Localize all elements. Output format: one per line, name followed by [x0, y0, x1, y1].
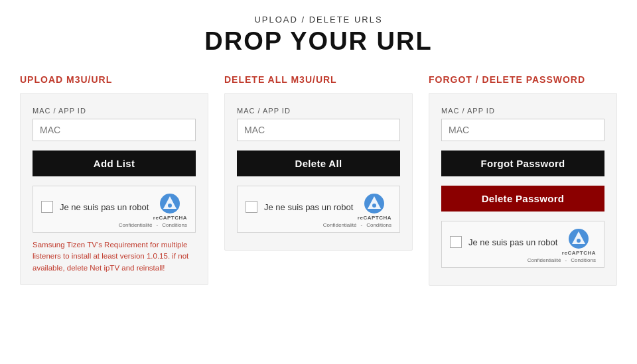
recaptcha-separator: -	[157, 222, 159, 228]
recaptcha-icon	[159, 193, 180, 214]
upload-card: MAC / APP ID Add List Je ne suis pas un …	[20, 93, 208, 285]
recaptcha-logo-2: reCAPTCHA	[358, 193, 391, 221]
delete-column: DELETE ALL M3U/URL MAC / APP ID Delete A…	[224, 74, 413, 286]
forgot-card: MAC / APP ID Forgot Password Delete Pass…	[429, 93, 617, 286]
delete-mac-input[interactable]	[237, 119, 400, 141]
recaptcha-terms-link-3[interactable]: Conditions	[571, 257, 596, 263]
upload-warning: Samsung Tizen TV's Requirement for multi…	[33, 239, 196, 274]
forgot-heading: FORGOT / DELETE PASSWORD	[429, 74, 617, 85]
recaptcha-terms-link[interactable]: Conditions	[162, 222, 187, 228]
recaptcha-brand-2: reCAPTCHA	[358, 215, 391, 221]
delete-recaptcha: Je ne suis pas un robot reCAPTCHA Confid…	[237, 186, 400, 233]
forgot-recaptcha-checkbox[interactable]	[450, 236, 462, 248]
recaptcha-logo-3: reCAPTCHA	[562, 228, 596, 256]
upload-recaptcha-text: Je ne suis pas un robot	[60, 202, 149, 212]
delete-card: MAC / APP ID Delete All Je ne suis pas u…	[224, 93, 413, 251]
page-header: UPLOAD / DELETE URLS DROP YOUR URL	[0, 0, 637, 68]
recaptcha-logo: reCAPTCHA	[153, 193, 187, 221]
forgot-recaptcha: Je ne suis pas un robot reCAPTCHA Confid…	[441, 221, 604, 268]
upload-heading: UPLOAD M3U/URL	[20, 74, 208, 85]
recaptcha-icon-3	[568, 228, 589, 249]
recaptcha-separator-3: -	[565, 257, 567, 263]
columns-container: UPLOAD M3U/URL MAC / APP ID Add List Je …	[0, 68, 637, 306]
upload-column: UPLOAD M3U/URL MAC / APP ID Add List Je …	[20, 74, 208, 286]
upload-recaptcha-checkbox[interactable]	[41, 201, 53, 213]
delete-password-button[interactable]: Delete Password	[441, 186, 604, 212]
delete-recaptcha-text: Je ne suis pas un robot	[264, 202, 353, 212]
forgot-mac-input[interactable]	[441, 119, 604, 141]
page-title: DROP YOUR URL	[0, 27, 637, 56]
upload-mac-input[interactable]	[33, 119, 196, 141]
forgot-mac-label: MAC / APP ID	[441, 107, 604, 115]
recaptcha-separator-2: -	[361, 222, 363, 228]
delete-all-button[interactable]: Delete All	[237, 151, 400, 176]
recaptcha-privacy-link[interactable]: Confidentialité	[119, 222, 153, 228]
forgot-password-button[interactable]: Forgot Password	[441, 151, 604, 176]
upload-mac-label: MAC / APP ID	[33, 107, 196, 115]
add-list-button[interactable]: Add List	[33, 151, 196, 176]
delete-recaptcha-checkbox[interactable]	[246, 201, 257, 213]
delete-mac-label: MAC / APP ID	[237, 107, 400, 115]
delete-heading: DELETE ALL M3U/URL	[224, 74, 413, 85]
upload-recaptcha: Je ne suis pas un robot reCAPTCHA Confid…	[33, 186, 196, 233]
page-subtitle: UPLOAD / DELETE URLS	[0, 15, 637, 25]
svg-point-3	[372, 204, 376, 208]
svg-point-5	[577, 239, 581, 243]
recaptcha-brand: reCAPTCHA	[153, 215, 187, 221]
forgot-recaptcha-text: Je ne suis pas un robot	[468, 237, 557, 247]
recaptcha-icon-2	[364, 193, 385, 214]
recaptcha-terms-link-2[interactable]: Conditions	[366, 222, 391, 228]
svg-point-1	[168, 204, 172, 208]
recaptcha-privacy-link-3[interactable]: Confidentialité	[528, 257, 561, 263]
recaptcha-privacy-link-2[interactable]: Confidentialité	[323, 222, 357, 228]
recaptcha-brand-3: reCAPTCHA	[562, 250, 596, 256]
forgot-column: FORGOT / DELETE PASSWORD MAC / APP ID Fo…	[429, 74, 617, 286]
